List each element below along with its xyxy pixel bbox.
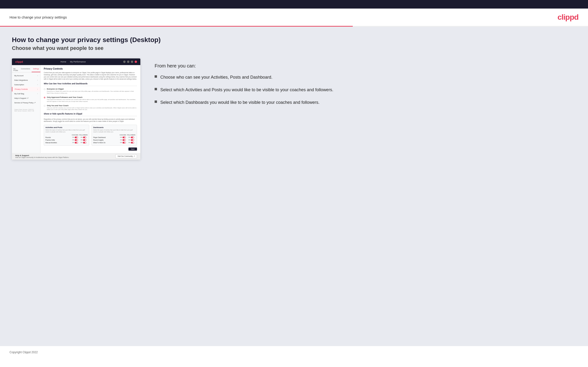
rounds-followers-switch[interactable] xyxy=(83,137,86,138)
bullet-text-1: Choose who can see your Activities, Post… xyxy=(160,74,272,80)
tab-connections[interactable]: Connections xyxy=(19,67,32,72)
header: How to change your privacy settings clip… xyxy=(0,8,588,26)
what-to-work-on-coaches-switch[interactable] xyxy=(122,142,126,143)
radio-only-you-coach-content: Only You and Your Coach Only you and the… xyxy=(47,105,137,111)
what-to-work-on-followers-switch[interactable] xyxy=(131,142,134,143)
player-dashboard-followers-toggle[interactable]: ON xyxy=(127,137,135,138)
radio-followers-coach-desc: Only approved followers and coaches you … xyxy=(47,99,137,103)
save-button[interactable]: Save xyxy=(129,148,137,150)
bullet-item-2: Select which Activities and Posts you wo… xyxy=(155,87,576,93)
radio-followers-coach-input[interactable] xyxy=(44,97,45,98)
player-dashboard-coaches-toggle[interactable]: ON xyxy=(119,137,127,138)
toggle-row-round-insights: Round Insights ON ON xyxy=(93,139,135,141)
sidebar-item-help-support-label: Help & Support ↗ xyxy=(14,97,28,99)
show-hide-title: Show or hide specific features in Clippd xyxy=(44,113,137,116)
practice-drills-coaches-switch[interactable] xyxy=(75,139,78,141)
radio-followers-coach-label: Only Approved Followers and Your Coach xyxy=(47,96,137,98)
sidebar-item-my-golf-bag[interactable]: My Golf Bag › xyxy=(12,92,40,96)
radio-everyone-input[interactable] xyxy=(44,88,45,90)
header-title: How to change your privacy settings xyxy=(9,15,67,19)
player-dashboard-followers-switch[interactable] xyxy=(131,137,134,138)
dashboards-card: Dashboards Select the types of activity … xyxy=(92,125,137,146)
privacy-controls-desc: Control how you and your data appears to… xyxy=(44,72,137,80)
player-dashboard-label: Player Dashboard xyxy=(93,137,119,138)
radio-followers-coach-content: Only Approved Followers and Your Coach O… xyxy=(47,96,137,103)
manual-activities-coaches-toggle[interactable]: ON xyxy=(71,142,79,143)
privacy-controls-title: Privacy Controls xyxy=(44,67,137,70)
round-insights-followers-switch[interactable] xyxy=(131,139,134,141)
logo: clippd xyxy=(558,13,579,22)
toggle-row-rounds: Rounds ON ON xyxy=(45,136,87,139)
manual-activities-coaches-switch[interactable] xyxy=(75,142,78,143)
chevron-right-icon: › xyxy=(37,93,38,94)
sidebar-item-subscription[interactable]: Subscription › xyxy=(12,83,40,87)
practice-drills-followers-switch[interactable] xyxy=(83,139,86,141)
info-panel: From here you can: Choose who can see yo… xyxy=(152,58,576,112)
help-bar: Help & Support Visit our Clippd communit… xyxy=(12,153,140,160)
sidebar-item-service-privacy[interactable]: Service & Privacy Policy ↗ xyxy=(12,100,40,105)
chevron-right-icon: › xyxy=(37,75,38,76)
bullet-icon-1 xyxy=(155,75,157,78)
practice-drills-followers-toggle[interactable]: ON xyxy=(79,139,87,141)
app-nav-performance[interactable]: My Performance xyxy=(70,61,86,63)
round-insights-coaches-switch[interactable] xyxy=(122,139,126,141)
settings-icon[interactable] xyxy=(131,61,133,63)
practice-drills-coaches-toggle[interactable]: ON xyxy=(71,139,79,141)
sidebar-item-privacy-controls[interactable]: Privacy Controls › xyxy=(12,87,40,92)
what-to-work-on-coaches-toggle[interactable]: ON xyxy=(119,142,127,143)
toggle-row-practice-drills: Practice Drills ON ON xyxy=(45,139,87,141)
player-dashboard-coaches-switch[interactable] xyxy=(122,137,126,138)
tab-settings[interactable]: Settings xyxy=(32,67,40,72)
radio-only-you-coach[interactable]: Only You and Your Coach Only you and the… xyxy=(44,105,137,111)
dashboards-coaches-header: COACHES xyxy=(119,134,127,136)
help-bar-left: Help & Support Visit our Clippd communit… xyxy=(15,154,69,158)
sidebar-item-help-support[interactable]: Help & Support ↗ xyxy=(12,96,40,100)
who-can-see-title: Who Can See Your Activities and Dashboar… xyxy=(44,83,137,86)
activities-posts-desc: Select the types of activity that you'd … xyxy=(45,129,87,133)
app-nav-bar: clippd Home My Performance xyxy=(12,58,140,65)
what-to-work-on-followers-toggle[interactable]: ON xyxy=(127,142,135,143)
avatar[interactable] xyxy=(135,61,137,63)
sidebar-item-service-privacy-label: Service & Privacy Policy ↗ xyxy=(14,102,36,104)
radio-only-you-coach-label: Only You and Your Coach xyxy=(47,105,137,107)
rounds-followers-toggle[interactable]: ON xyxy=(79,137,87,138)
practice-drills-label: Practice Drills xyxy=(45,139,71,141)
visit-community-button[interactable]: Visit Our Community ↗ xyxy=(115,154,137,158)
radio-everyone[interactable]: Everyone on Clippd Everyone on Clippd ca… xyxy=(44,88,137,94)
chevron-right-icon: › xyxy=(37,79,38,81)
bullet-item-3: Select which Dashboards you would like t… xyxy=(155,100,576,106)
toggle-row-player-dashboard: Player Dashboard ON ON xyxy=(93,136,135,139)
manual-activities-followers-switch[interactable] xyxy=(83,142,86,143)
notification-icon[interactable] xyxy=(127,61,130,63)
toggle-row-what-to-work-on: What To Work On ON ON xyxy=(93,141,135,144)
from-here-heading: From here you can: xyxy=(155,63,576,69)
bullet-icon-2 xyxy=(155,88,157,90)
show-hide-desc: Regardless of the privacy controls that … xyxy=(44,118,137,122)
app-nav-home[interactable]: Home xyxy=(61,61,66,63)
page-subheading: Choose what you want people to see xyxy=(12,45,576,51)
tab-my-profile[interactable]: My Profile xyxy=(12,67,19,72)
followers-header: FOLLOWERS xyxy=(79,134,87,136)
app-sidebar: My Profile Connections Settings My Accou… xyxy=(12,65,40,153)
bullet-icon-3 xyxy=(155,100,157,103)
round-insights-followers-toggle[interactable]: ON xyxy=(127,139,135,141)
version-info: Clippd Client Version: 2022.8.2SQL Serve… xyxy=(12,107,40,114)
radio-followers-coach[interactable]: Only Approved Followers and Your Coach O… xyxy=(44,96,137,103)
footer: Copyright Clippd 2022 xyxy=(0,346,588,358)
screenshot-mockup: clippd Home My Performance My Profile xyxy=(12,58,140,160)
round-insights-label: Round Insights xyxy=(93,139,119,141)
round-insights-coaches-toggle[interactable]: ON xyxy=(119,139,127,141)
app-logo: clippd xyxy=(15,60,23,63)
chevron-right-icon: › xyxy=(37,88,38,90)
sidebar-item-my-account[interactable]: My Account › xyxy=(12,73,40,78)
bullet-text-2: Select which Activities and Posts you wo… xyxy=(160,87,333,93)
manual-activities-followers-toggle[interactable]: ON xyxy=(79,142,87,143)
rounds-label: Rounds xyxy=(45,137,71,138)
content-row: clippd Home My Performance My Profile xyxy=(12,58,576,160)
rounds-coaches-switch[interactable] xyxy=(75,137,78,138)
what-to-work-on-label: What To Work On xyxy=(93,142,119,143)
sidebar-item-data-integrations[interactable]: Data Integrations › xyxy=(12,78,40,83)
rounds-coaches-toggle[interactable]: ON xyxy=(71,137,79,138)
search-icon[interactable] xyxy=(123,61,126,63)
radio-only-you-coach-input[interactable] xyxy=(44,105,45,107)
